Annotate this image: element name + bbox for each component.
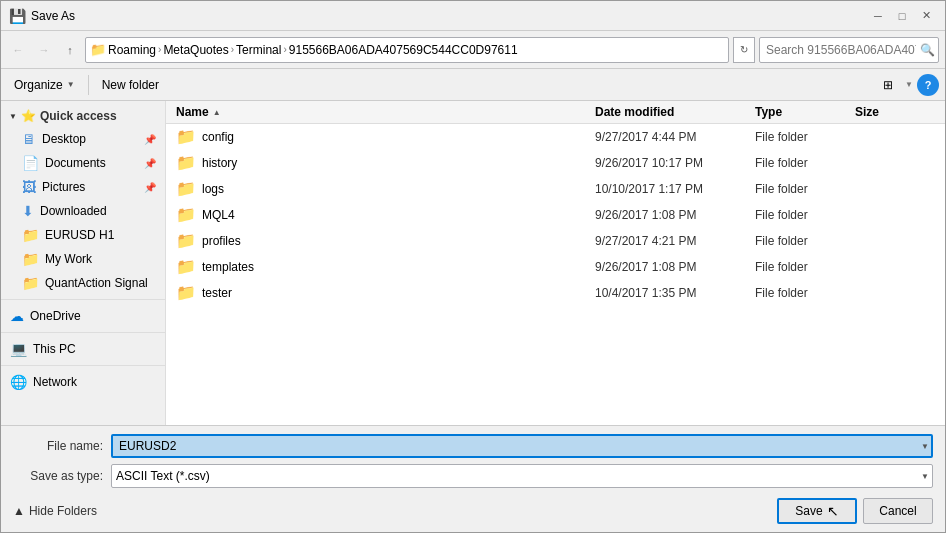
sidebar-label-downloaded: Downloaded [40,204,107,218]
desktop-icon: 🖥 [22,131,36,147]
folder-icon: 📁 [176,127,196,146]
table-row[interactable]: 📁 profiles 9/27/2017 4:21 PM File folder [166,228,945,254]
pin-icon: 📌 [144,182,156,193]
column-date[interactable]: Date modified [595,105,755,119]
file-date: 9/27/2017 4:21 PM [595,234,755,248]
folder-icon: 📁 [176,257,196,276]
savetype-label: Save as type: [13,469,103,483]
sidebar-item-onedrive[interactable]: ☁ OneDrive [1,304,165,328]
save-button[interactable]: Save ↖ [777,498,857,524]
network-icon: 🌐 [10,374,27,390]
quick-access-text: Quick access [40,109,117,123]
table-row[interactable]: 📁 templates 9/26/2017 1:08 PM File folde… [166,254,945,280]
file-type: File folder [755,260,855,274]
sidebar-item-quantaction[interactable]: 📁 QuantAction Signal [1,271,165,295]
hide-folders-label: Hide Folders [29,504,97,518]
savetype-select-wrapper: ASCII Text (*.csv) ▼ [111,464,933,488]
sidebar-item-network[interactable]: 🌐 Network [1,370,165,394]
sidebar-item-thispc[interactable]: 💻 This PC [1,337,165,361]
quick-access-section: ▼ ⭐ Quick access 🖥 Desktop 📌 📄 Documents… [1,105,165,295]
documents-icon: 📄 [22,155,39,171]
cancel-button[interactable]: Cancel [863,498,933,524]
quick-access-label: ⭐ [21,109,36,123]
folder-icon-eurusd: 📁 [22,227,39,243]
sidebar-label-eurusd: EURUSD H1 [45,228,114,242]
folder-icon: 📁 [176,179,196,198]
view-button[interactable]: ⊞ [875,74,901,96]
table-row[interactable]: 📁 config 9/27/2017 4:44 PM File folder [166,124,945,150]
chevron-down-icon: ▼ [67,80,75,89]
path-segment-roaming: Roaming › [108,43,161,57]
forward-button[interactable]: → [33,39,55,61]
file-date: 9/26/2017 1:08 PM [595,208,755,222]
save-label: Save [795,504,822,518]
sidebar-label-network: Network [33,375,77,389]
file-type: File folder [755,286,855,300]
back-button[interactable]: ← [7,39,29,61]
sidebar-item-pictures[interactable]: 🖼 Pictures 📌 [1,175,165,199]
window-title: Save As [31,9,75,23]
filename-input[interactable] [111,434,933,458]
sidebar-item-desktop[interactable]: 🖥 Desktop 📌 [1,127,165,151]
sidebar-item-mywork[interactable]: 📁 My Work [1,247,165,271]
column-size[interactable]: Size [855,105,935,119]
collapse-left-icon: ▲ [13,504,25,518]
folder-icon-mywork: 📁 [22,251,39,267]
minimize-button[interactable]: ─ [867,5,889,27]
column-name[interactable]: Name ▲ [176,105,595,119]
filename-row: File name: ▼ [13,434,933,458]
new-folder-label: New folder [102,78,159,92]
file-type: File folder [755,156,855,170]
address-path[interactable]: 📁 Roaming › MetaQuotes › Terminal › 9155… [85,37,729,63]
onedrive-icon: ☁ [10,308,24,324]
table-row[interactable]: 📁 tester 10/4/2017 1:35 PM File folder [166,280,945,306]
organize-label: Organize [14,78,63,92]
window-icon: 💾 [9,8,25,24]
savetype-select[interactable]: ASCII Text (*.csv) [111,464,933,488]
path-folder-icon: 📁 [90,42,106,57]
file-name: MQL4 [202,208,595,222]
close-button[interactable]: ✕ [915,5,937,27]
search-input[interactable] [766,43,916,57]
pin-icon: 📌 [144,158,156,169]
thispc-icon: 💻 [10,341,27,357]
cursor-icon: ↖ [827,503,839,519]
toolbar-right: ⊞ ▼ ? [875,74,939,96]
sidebar-divider [1,299,165,300]
column-type[interactable]: Type [755,105,855,119]
organize-button[interactable]: Organize ▼ [7,74,82,96]
sidebar-item-downloaded[interactable]: ⬇ Downloaded [1,199,165,223]
sidebar-label-pictures: Pictures [42,180,85,194]
sidebar-item-eurusd[interactable]: 📁 EURUSD H1 [1,223,165,247]
file-date: 9/26/2017 10:17 PM [595,156,755,170]
up-button[interactable]: ↑ [59,39,81,61]
table-row[interactable]: 📁 history 9/26/2017 10:17 PM File folder [166,150,945,176]
refresh-button[interactable]: ↻ [733,37,755,63]
quick-access-header[interactable]: ▼ ⭐ Quick access [1,105,165,127]
hide-folders-button[interactable]: ▲ Hide Folders [13,504,97,518]
file-date: 9/26/2017 1:08 PM [595,260,755,274]
folder-icon: 📁 [176,205,196,224]
download-icon: ⬇ [22,203,34,219]
save-as-dialog: 💾 Save As ─ □ ✕ ← → ↑ 📁 Roaming › MetaQu… [0,0,946,533]
sort-arrow-icon: ▲ [213,108,221,117]
bottom-buttons: ▲ Hide Folders Save ↖ Cancel [13,494,933,524]
titlebar-left: 💾 Save As [9,8,75,24]
savetype-row: Save as type: ASCII Text (*.csv) ▼ [13,464,933,488]
search-box[interactable]: 🔍 [759,37,939,63]
path-segment-metaquotes: MetaQuotes › [163,43,234,57]
search-icon: 🔍 [920,43,935,57]
titlebar-controls: ─ □ ✕ [867,5,937,27]
table-row[interactable]: 📁 MQL4 9/26/2017 1:08 PM File folder [166,202,945,228]
pin-icon: 📌 [144,134,156,145]
sidebar: ▼ ⭐ Quick access 🖥 Desktop 📌 📄 Documents… [1,101,166,425]
titlebar: 💾 Save As ─ □ ✕ [1,1,945,31]
help-button[interactable]: ? [917,74,939,96]
chevron-icon: › [158,44,161,55]
folder-icon-quantaction: 📁 [22,275,39,291]
new-folder-button[interactable]: New folder [95,74,166,96]
file-date: 10/4/2017 1:35 PM [595,286,755,300]
table-row[interactable]: 📁 logs 10/10/2017 1:17 PM File folder [166,176,945,202]
maximize-button[interactable]: □ [891,5,913,27]
sidebar-item-documents[interactable]: 📄 Documents 📌 [1,151,165,175]
